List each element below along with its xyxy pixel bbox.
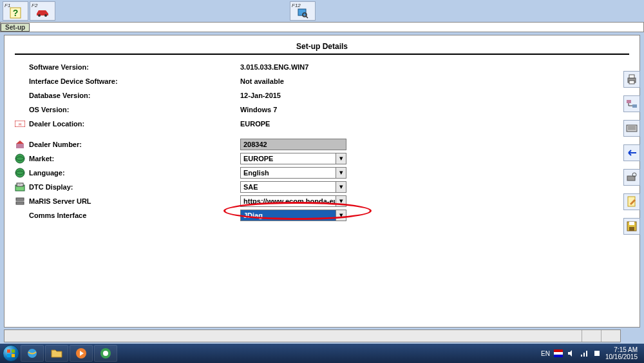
start-button[interactable] [3, 345, 19, 362]
svg-rect-17 [16, 202, 24, 204]
globe-icon [15, 168, 25, 178]
row-database-version: Database Version: 12-Jan-2015 [15, 88, 629, 102]
windows-logo-icon [6, 349, 15, 358]
f1-help-button[interactable]: F1 ? [3, 1, 28, 21]
dealer-number-input[interactable] [240, 139, 346, 150]
value: Not available [240, 77, 284, 85]
chevron-down-icon: ▾ [336, 210, 346, 221]
car-icon [35, 8, 50, 17]
tab-bar: Set-up [0, 22, 644, 32]
svg-text:?: ? [13, 8, 19, 18]
honda-icon: H [15, 119, 25, 129]
svg-line-6 [306, 16, 308, 18]
svg-marker-44 [568, 350, 572, 357]
svg-rect-33 [12, 349, 15, 353]
svg-rect-20 [629, 81, 634, 84]
settings-button[interactable] [623, 169, 640, 186]
search-icon [297, 7, 308, 19]
svg-point-40 [103, 351, 108, 356]
svg-point-12 [15, 168, 24, 177]
svg-rect-31 [629, 227, 634, 231]
svg-rect-22 [632, 104, 637, 108]
row-os-version: OS Version: Windows 7 [15, 103, 629, 116]
taskbar-explorer[interactable] [45, 345, 68, 362]
volume-icon[interactable] [567, 349, 576, 358]
select-value: English [241, 169, 336, 177]
chevron-down-icon: ▾ [336, 196, 346, 206]
svg-rect-47 [586, 351, 587, 357]
status-slot-2 [601, 330, 620, 342]
keyboard-button[interactable] [623, 120, 640, 137]
dtc-display-select[interactable]: SAE ▾ [240, 181, 346, 193]
f12-search-button[interactable]: F12 [290, 1, 316, 21]
row-software-version: Software Version: 3.015.033.ENG.WIN7 [15, 60, 629, 74]
svg-rect-43 [554, 355, 563, 357]
gear-print-icon [626, 172, 638, 182]
svg-rect-42 [554, 349, 563, 352]
row-dtc-display: DTCDTC Display: SAE ▾ [15, 180, 629, 193]
main-panel: Set-up Details Software Version: 3.015.0… [4, 35, 640, 328]
label: Market: [29, 155, 54, 162]
panel-title: Set-up Details [15, 42, 629, 55]
help-icon: ? [10, 7, 21, 19]
back-button[interactable] [623, 144, 640, 161]
edit-button[interactable] [623, 193, 640, 210]
value: 3.015.033.ENG.WIN7 [240, 63, 308, 71]
svg-rect-23 [627, 125, 637, 132]
select-value: https://www.ecom.honda-eu.com/er [241, 197, 336, 205]
fkey-label: F2 [32, 3, 37, 8]
dtc-icon: DTC [15, 182, 25, 192]
value: Windows 7 [240, 106, 277, 113]
maris-url-select[interactable]: https://www.ecom.honda-eu.com/er ▾ [240, 195, 346, 207]
f2-vehicle-button[interactable]: F2 [30, 1, 55, 21]
svg-point-3 [44, 14, 47, 17]
taskbar-app[interactable] [94, 345, 117, 362]
chevron-down-icon: ▾ [336, 153, 346, 164]
tray-language[interactable]: EN [541, 350, 550, 357]
label: Language: [29, 169, 65, 177]
row-dealer-location: HDealer Location: EUROPE [15, 117, 629, 130]
market-select[interactable]: EUROPE ▾ [240, 153, 346, 164]
tray-misc-icon[interactable] [592, 349, 601, 358]
tray-date: 10/16/2015 [605, 353, 638, 360]
folder-icon [51, 348, 62, 358]
comms-interface-select[interactable]: JDiag ▾ [240, 210, 346, 221]
svg-rect-9 [16, 144, 24, 148]
save-button[interactable] [623, 218, 640, 235]
svg-rect-21 [627, 100, 631, 103]
media-icon [75, 348, 87, 359]
label: Dealer Location: [29, 120, 84, 128]
edit-doc-icon [627, 196, 637, 208]
network-icon[interactable] [580, 349, 589, 358]
row-maris-url: MaRIS Server URL https://www.ecom.honda-… [15, 194, 629, 208]
label: Dealer Number: [29, 141, 82, 148]
svg-rect-35 [12, 354, 15, 357]
chevron-down-icon: ▾ [336, 168, 346, 178]
tray-clock[interactable]: 7:15 AM 10/16/2015 [605, 346, 638, 360]
print-button[interactable] [623, 71, 640, 88]
tab-setup[interactable]: Set-up [1, 23, 30, 32]
svg-point-11 [15, 154, 24, 163]
printer-icon [626, 74, 638, 84]
dealer-icon [15, 139, 25, 150]
select-value: SAE [241, 183, 336, 191]
flag-icon[interactable] [554, 349, 563, 358]
connection-button[interactable] [623, 95, 640, 112]
value: EUROPE [240, 120, 270, 128]
select-value: JDiag [241, 211, 336, 219]
label: Database Version: [29, 92, 90, 99]
app-icon [100, 348, 111, 359]
row-comms-interface: Comms Interface JDiag ▾ [15, 208, 629, 222]
label: MaRIS Server URL [29, 197, 91, 205]
svg-rect-30 [629, 222, 634, 225]
row-dealer-number: Dealer Number: [15, 137, 629, 151]
floppy-icon [627, 221, 637, 231]
keyboard-icon [626, 124, 638, 132]
taskbar-media[interactable] [70, 345, 93, 362]
svg-marker-10 [16, 141, 24, 144]
taskbar: EN 7:15 AM 10/16/2015 [0, 344, 644, 363]
taskbar-ie[interactable] [21, 345, 44, 362]
language-select[interactable]: English ▾ [240, 167, 346, 179]
arrow-left-icon [626, 149, 638, 157]
fkey-label: F1 [5, 3, 10, 8]
